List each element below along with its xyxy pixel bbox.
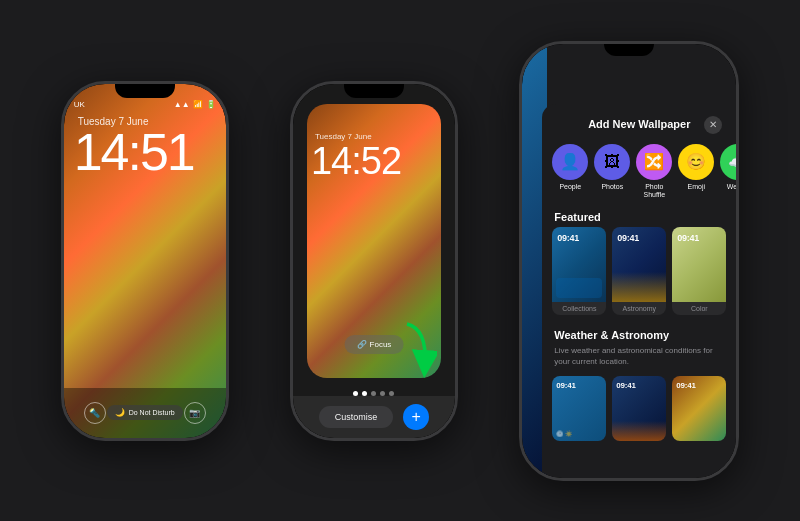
- collections-bg: 09:41: [552, 227, 606, 302]
- phone1-frame: UK ▲▲📶🔋 Tuesday 7 June 14:51 🔦 🌙 Do Not …: [61, 81, 229, 441]
- status-icons: ▲▲📶🔋: [174, 100, 216, 109]
- people-icon: 👤: [552, 144, 588, 180]
- emoji-icon: 😊: [678, 144, 714, 180]
- weather-card-1[interactable]: 09:41 🕐 ☀️: [552, 376, 606, 441]
- phone1-time: 14:51: [74, 126, 194, 178]
- featured-card-collections[interactable]: 09:41 Collections: [552, 227, 606, 315]
- photos-icon: 🖼: [594, 144, 630, 180]
- weather-card-3[interactable]: 09:41: [672, 376, 726, 441]
- panel-header: Add New Wallpaper ✕: [542, 104, 736, 138]
- weather-grid: 09:41 🕐 ☀️ 09:41 09:41: [542, 376, 736, 441]
- featured-grid: 09:41 Collections 09:41 Astronomy: [542, 227, 736, 323]
- phone2-notch: [344, 84, 404, 98]
- plus-button[interactable]: +: [403, 404, 429, 430]
- category-photos[interactable]: 🖼 Photos: [594, 144, 630, 200]
- phone1-screen: UK ▲▲📶🔋 Tuesday 7 June 14:51 🔦 🌙 Do Not …: [64, 84, 226, 438]
- color-label: Color: [672, 302, 726, 315]
- photos-label: Photos: [601, 183, 623, 191]
- focus-pill[interactable]: 🔗 Focus: [345, 335, 404, 354]
- weather-icon: ☁️: [720, 144, 736, 180]
- phone3-screen: Add New Wallpaper ✕ 👤 People 🖼: [522, 44, 736, 478]
- focus-label: Focus: [370, 340, 392, 349]
- weather-section-desc: Live weather and astronomical conditions…: [542, 345, 736, 375]
- close-button[interactable]: ✕: [704, 116, 722, 134]
- customise-button[interactable]: Customise: [319, 406, 394, 428]
- phone2-frame: Tuesday 7 June 14:52 🔗 Focus Customise: [290, 81, 458, 441]
- weather-section-title: Weather & Astronomy: [542, 323, 736, 345]
- phone2-screen: Tuesday 7 June 14:52 🔗 Focus Customise: [293, 84, 455, 438]
- color-bg: 09:41: [672, 227, 726, 302]
- phone2-bottom-bar: Customise +: [293, 396, 455, 438]
- phone1-bottom-bar: 🔦 🌙 Do Not Disturb 📷: [64, 388, 226, 438]
- category-people[interactable]: 👤 People: [552, 144, 588, 200]
- phone3-frame: Add New Wallpaper ✕ 👤 People 🖼: [519, 41, 739, 481]
- weather-label: Weat…: [727, 183, 737, 191]
- astronomy-bg: 09:41: [612, 227, 666, 302]
- astronomy-label: Astronomy: [612, 302, 666, 315]
- category-weather[interactable]: ☁️ Weat…: [720, 144, 736, 200]
- green-arrow: [397, 319, 437, 383]
- phone3-notch: [604, 44, 654, 56]
- main-scene: UK ▲▲📶🔋 Tuesday 7 June 14:51 🔦 🌙 Do Not …: [0, 0, 800, 521]
- people-label: People: [559, 183, 581, 191]
- featured-card-astronomy[interactable]: 09:41 Astronomy: [612, 227, 666, 315]
- dnd-pill: 🌙 Do Not Disturb: [107, 405, 183, 420]
- camera-icon[interactable]: 📷: [184, 402, 206, 424]
- emoji-label: Emoji: [688, 183, 706, 191]
- weather-card-2[interactable]: 09:41: [612, 376, 666, 441]
- category-photo-shuffle[interactable]: 🔀 Photo Shuffle: [636, 144, 672, 200]
- photo-shuffle-label: Photo Shuffle: [636, 183, 672, 200]
- featured-section-title: Featured: [542, 205, 736, 227]
- photo-shuffle-icon: 🔀: [636, 144, 672, 180]
- featured-card-color[interactable]: 09:41 Color: [672, 227, 726, 315]
- collections-label: Collections: [552, 302, 606, 315]
- panel-title: Add New Wallpaper: [588, 118, 690, 130]
- phone1-status-bar: UK ▲▲📶🔋: [74, 100, 216, 109]
- torch-icon[interactable]: 🔦: [84, 402, 106, 424]
- dnd-label: Do Not Disturb: [129, 409, 175, 416]
- category-icons-row: 👤 People 🖼 Photos 🔀 Photo Shuffle �: [542, 138, 736, 206]
- wp-time: 14:52: [311, 142, 401, 180]
- carrier-label: UK: [74, 100, 85, 109]
- phone1-notch: [115, 84, 175, 98]
- category-emoji[interactable]: 😊 Emoji: [678, 144, 714, 200]
